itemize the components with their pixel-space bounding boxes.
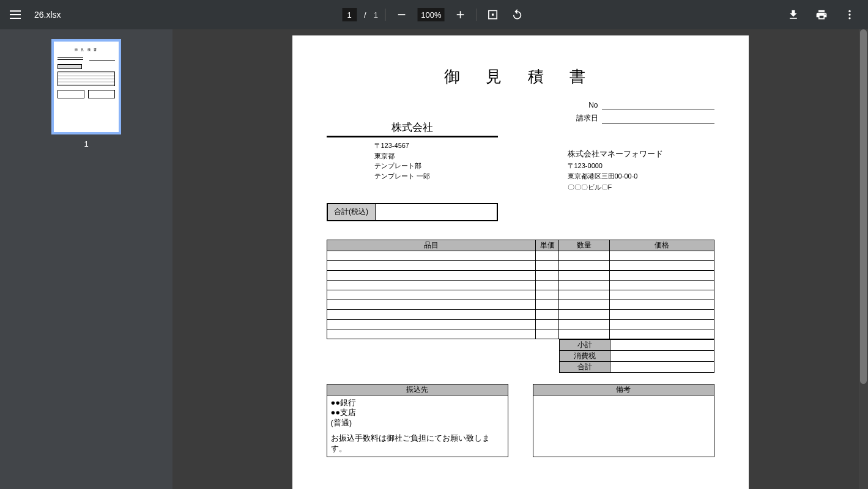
table-row	[327, 300, 714, 309]
table-row	[327, 251, 714, 260]
svg-rect-0	[398, 14, 406, 15]
remarks-box: 備考	[533, 384, 714, 457]
bank-info-box: 振込先 ●●銀行 ●●支店 (普通) お振込手数料は御社ご負担にてお願い致します…	[327, 384, 508, 457]
bank-name: ●●銀行	[331, 398, 504, 408]
pdf-toolbar: 26.xlsx / 1	[0, 0, 868, 29]
remarks-body	[533, 395, 714, 455]
thumbnail-sidebar: 御 見 積 書 1	[0, 29, 172, 489]
grand-total-box: 合計(税込)	[327, 203, 498, 221]
grand-total-value	[376, 204, 497, 220]
menu-icon[interactable]	[10, 7, 24, 22]
bank-body: ●●銀行 ●●支店 (普通) お振込手数料は御社ご負担にてお願い致します。	[327, 395, 508, 457]
summary-table: 小計 消費税 合計	[559, 339, 714, 373]
page-separator: /	[364, 10, 366, 20]
header-price: 価格	[609, 240, 714, 251]
toolbar-center: / 1	[342, 6, 526, 23]
divider	[477, 9, 477, 21]
table-row	[327, 329, 714, 339]
toolbar-left: 26.xlsx	[0, 7, 61, 22]
sender-address: 東京都港区三田00-00-0	[568, 171, 714, 182]
table-row	[327, 270, 714, 280]
subtotal-value	[610, 339, 714, 350]
table-row	[327, 280, 714, 290]
bank-header: 振込先	[327, 384, 508, 395]
zoom-in-button[interactable]	[452, 6, 469, 23]
svg-rect-4	[492, 13, 494, 15]
grand-total-label: 合計(税込)	[328, 204, 376, 220]
right-meta-block: No 請求日 株式会社マネーフォワード 〒123-0000 東京都港区三田00-…	[568, 100, 714, 193]
toolbar-right	[785, 6, 858, 23]
header-unit-price: 単価	[536, 240, 559, 251]
sender-postal: 〒123-0000	[568, 161, 714, 172]
remarks-header: 備考	[533, 384, 714, 395]
vertical-scrollbar[interactable]	[859, 29, 868, 489]
print-button[interactable]	[813, 6, 830, 23]
document-viewport[interactable]: 御 見 積 書 株式会社 〒123-4567 東京都 テンプレート部 テンプレー…	[172, 29, 868, 489]
file-name: 26.xlsx	[34, 10, 61, 20]
header-item: 品目	[327, 240, 536, 251]
client-department: テンプレート部	[374, 161, 498, 171]
client-block: 株式会社 〒123-4567 東京都 テンプレート部 テンプレート 一郎	[327, 120, 498, 193]
client-person: テンプレート 一郎	[374, 171, 498, 182]
document-title: 御 見 積 書	[327, 66, 714, 87]
client-postal: 〒123-4567	[374, 141, 498, 151]
total-value	[610, 361, 714, 372]
client-company-name: 株式会社	[327, 120, 498, 137]
table-row	[327, 309, 714, 319]
sender-company-block: 株式会社マネーフォワード 〒123-0000 東京都港区三田00-00-0 〇〇…	[568, 148, 714, 193]
more-options-button[interactable]	[841, 6, 858, 23]
invoice-date-label: 請求日	[568, 113, 598, 123]
header-quantity: 数量	[559, 240, 609, 251]
subtotal-label: 小計	[559, 339, 610, 350]
zoom-out-button[interactable]	[393, 6, 410, 23]
page-total: 1	[374, 10, 378, 20]
bottom-section: 振込先 ●●銀行 ●●支店 (普通) お振込手数料は御社ご負担にてお願い致します…	[327, 384, 714, 457]
meta-fields: No 請求日	[568, 100, 714, 123]
no-label: No	[568, 101, 598, 109]
table-row	[327, 319, 714, 329]
svg-rect-2	[460, 11, 461, 18]
bank-note: お振込手数料は御社ご負担にてお願い致します。	[331, 433, 504, 454]
table-row	[327, 260, 714, 270]
no-value-line	[602, 100, 714, 109]
table-header-row: 品目 単価 数量 価格	[327, 240, 714, 251]
table-row	[327, 290, 714, 300]
tax-value	[610, 350, 714, 361]
client-address: 東京都	[374, 151, 498, 161]
zoom-level-input[interactable]	[418, 8, 445, 21]
total-label: 合計	[559, 361, 610, 372]
svg-point-6	[848, 13, 850, 15]
header-section: 株式会社 〒123-4567 東京都 テンプレート部 テンプレート 一郎 No	[327, 100, 714, 193]
items-table: 品目 単価 数量 価格	[327, 240, 714, 339]
download-button[interactable]	[785, 6, 802, 23]
fit-page-button[interactable]	[484, 6, 502, 23]
sender-building: 〇〇〇ビル〇F	[568, 182, 714, 193]
bank-account-type: (普通)	[331, 418, 504, 428]
page-thumbnail[interactable]: 御 見 積 書	[51, 39, 121, 134]
sender-company-name: 株式会社マネーフォワード	[568, 148, 714, 161]
document-page: 御 見 積 書 株式会社 〒123-4567 東京都 テンプレート部 テンプレー…	[292, 35, 749, 489]
scrollbar-thumb[interactable]	[860, 29, 867, 384]
bank-branch: ●●支店	[331, 408, 504, 418]
client-details: 〒123-4567 東京都 テンプレート部 テンプレート 一郎	[327, 141, 498, 181]
page-number-input[interactable]	[342, 8, 357, 21]
date-value-line	[602, 114, 714, 123]
thumbnail-wrap[interactable]: 御 見 積 書 1	[51, 39, 121, 149]
svg-point-7	[848, 17, 850, 19]
tax-label: 消費税	[559, 350, 610, 361]
thumbnail-page-number: 1	[84, 139, 88, 149]
svg-point-5	[848, 10, 850, 12]
divider	[385, 9, 386, 21]
rotate-button[interactable]	[509, 6, 526, 23]
